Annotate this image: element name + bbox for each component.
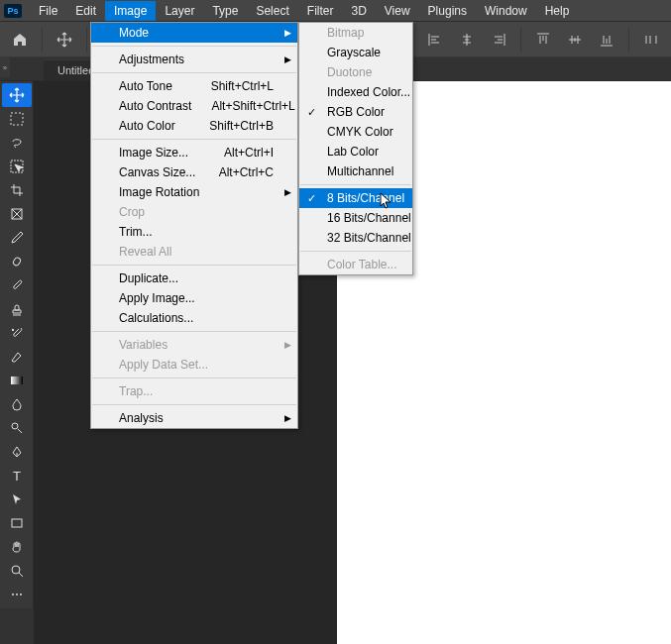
- menu-label: RGB Color: [327, 105, 389, 119]
- menu-label: Grayscale: [327, 46, 389, 59]
- crop-tool[interactable]: [2, 178, 32, 202]
- menu-type[interactable]: Type: [203, 1, 247, 21]
- image-menu-item: Reveal All: [91, 242, 297, 262]
- image-menu-item[interactable]: Auto ToneShift+Ctrl+L: [91, 76, 297, 96]
- menu-plugins[interactable]: Plugins: [419, 1, 476, 21]
- path-select-tool[interactable]: [2, 487, 32, 511]
- app-logo: Ps: [4, 4, 22, 18]
- mode-menu-item[interactable]: ✓8 Bits/Channel: [299, 188, 412, 208]
- marquee-tool[interactable]: [2, 107, 32, 131]
- image-menu-item[interactable]: Analysis▶: [91, 408, 297, 428]
- image-menu-item[interactable]: Calculations...: [91, 308, 297, 328]
- gradient-tool[interactable]: [2, 369, 32, 392]
- blur-tool[interactable]: [2, 392, 32, 416]
- menu-select[interactable]: Select: [247, 1, 297, 21]
- menu-edit[interactable]: Edit: [66, 1, 105, 21]
- mode-menu-item: Bitmap: [299, 23, 412, 43]
- image-menu-item[interactable]: Mode▶: [91, 23, 297, 43]
- eyedropper-tool[interactable]: [2, 226, 32, 250]
- history-brush-tool[interactable]: [2, 321, 32, 345]
- image-menu-item: Crop: [91, 202, 297, 222]
- mode-menu-item[interactable]: ✓RGB Color: [299, 102, 412, 122]
- menu-image[interactable]: Image: [105, 1, 156, 21]
- menu-filter[interactable]: Filter: [298, 1, 343, 21]
- menu-shortcut: Alt+Ctrl+C: [219, 165, 274, 179]
- svg-rect-7: [12, 519, 22, 527]
- toolbar-more-icon[interactable]: [2, 583, 32, 606]
- svg-point-10: [16, 593, 18, 595]
- mode-menu-item: Duotone: [299, 62, 412, 82]
- menu-label: Reveal All: [119, 245, 274, 259]
- lasso-tool[interactable]: [2, 131, 32, 155]
- menu-label: Crop: [119, 205, 274, 219]
- image-menu-item[interactable]: Duplicate...: [91, 268, 297, 288]
- menu-help[interactable]: Help: [536, 1, 579, 21]
- menu-label: Auto Color: [119, 119, 189, 133]
- menu-label: CMYK Color: [327, 125, 393, 139]
- align-right-icon[interactable]: [485, 26, 512, 54]
- object-select-tool[interactable]: [2, 155, 32, 178]
- menu-label: 32 Bits/Channel: [327, 231, 411, 245]
- type-tool[interactable]: T: [2, 464, 32, 487]
- healing-tool[interactable]: [2, 250, 32, 273]
- menu-label: Auto Tone: [119, 79, 191, 93]
- image-menu-item[interactable]: Auto ContrastAlt+Shift+Ctrl+L: [91, 96, 297, 116]
- align-left-icon[interactable]: [421, 26, 449, 54]
- align-center-h-icon[interactable]: [453, 26, 481, 54]
- menu-label: Indexed Color...: [327, 85, 410, 99]
- dodge-tool[interactable]: [2, 416, 32, 440]
- mode-menu-item[interactable]: Indexed Color...: [299, 82, 412, 102]
- menu-label: 8 Bits/Channel: [327, 191, 404, 205]
- menu-view[interactable]: View: [376, 1, 419, 21]
- pen-tool[interactable]: [2, 440, 32, 464]
- image-menu-item[interactable]: Image Size...Alt+Ctrl+I: [91, 143, 297, 162]
- menu-label: Trap...: [119, 384, 274, 398]
- menu-label: Apply Image...: [119, 291, 274, 305]
- stamp-tool[interactable]: [2, 297, 32, 321]
- mode-menu-item[interactable]: CMYK Color: [299, 122, 412, 142]
- menu-3d[interactable]: 3D: [342, 1, 375, 21]
- mode-menu-item[interactable]: 32 Bits/Channel: [299, 228, 412, 248]
- mode-menu-item[interactable]: Grayscale: [299, 43, 412, 62]
- menu-layer[interactable]: Layer: [156, 1, 203, 21]
- home-button[interactable]: [6, 26, 34, 54]
- move-tool-icon[interactable]: [51, 26, 78, 54]
- submenu-arrow-icon: ▶: [284, 340, 291, 350]
- image-menu-item[interactable]: Adjustments▶: [91, 50, 297, 69]
- move-tool[interactable]: [2, 83, 32, 107]
- align-top-icon[interactable]: [529, 26, 557, 54]
- frame-tool[interactable]: [2, 202, 32, 226]
- menu-label: Calculations...: [119, 311, 274, 325]
- hand-tool[interactable]: [2, 535, 32, 559]
- submenu-arrow-icon: ▶: [284, 28, 291, 38]
- image-menu-item[interactable]: Auto ColorShift+Ctrl+B: [91, 116, 297, 136]
- image-menu-item[interactable]: Trim...: [91, 222, 297, 242]
- svg-point-5: [12, 423, 18, 429]
- menu-label: Variables: [119, 338, 274, 352]
- menu-label: Adjustments: [119, 53, 274, 66]
- check-icon: ✓: [307, 192, 316, 205]
- image-menu-item[interactable]: Image Rotation▶: [91, 182, 297, 202]
- brush-tool[interactable]: [2, 273, 32, 297]
- align-bottom-icon[interactable]: [593, 26, 620, 54]
- svg-rect-4: [11, 376, 23, 384]
- mode-menu-item[interactable]: Multichannel: [299, 161, 412, 181]
- menu-label: Multichannel: [327, 164, 393, 178]
- eraser-tool[interactable]: [2, 345, 32, 369]
- zoom-tool[interactable]: [2, 559, 32, 583]
- mode-menu-item: Color Table...: [299, 255, 412, 274]
- more-options-icon[interactable]: [637, 26, 665, 54]
- image-menu: Mode▶Adjustments▶Auto ToneShift+Ctrl+LAu…: [90, 22, 298, 429]
- tools-panel: T: [0, 81, 34, 608]
- mode-menu-item[interactable]: Lab Color: [299, 142, 412, 161]
- image-menu-item[interactable]: Canvas Size...Alt+Ctrl+C: [91, 162, 297, 182]
- align-center-v-icon[interactable]: [561, 26, 589, 54]
- svg-point-8: [12, 566, 20, 574]
- menu-window[interactable]: Window: [476, 1, 536, 21]
- menu-file[interactable]: File: [30, 1, 66, 21]
- shape-tool[interactable]: [2, 511, 32, 535]
- image-menu-item[interactable]: Apply Image...: [91, 288, 297, 308]
- mode-menu-item[interactable]: 16 Bits/Channel: [299, 208, 412, 228]
- svg-point-9: [12, 593, 14, 595]
- panel-collapse-icon[interactable]: »: [0, 57, 10, 77]
